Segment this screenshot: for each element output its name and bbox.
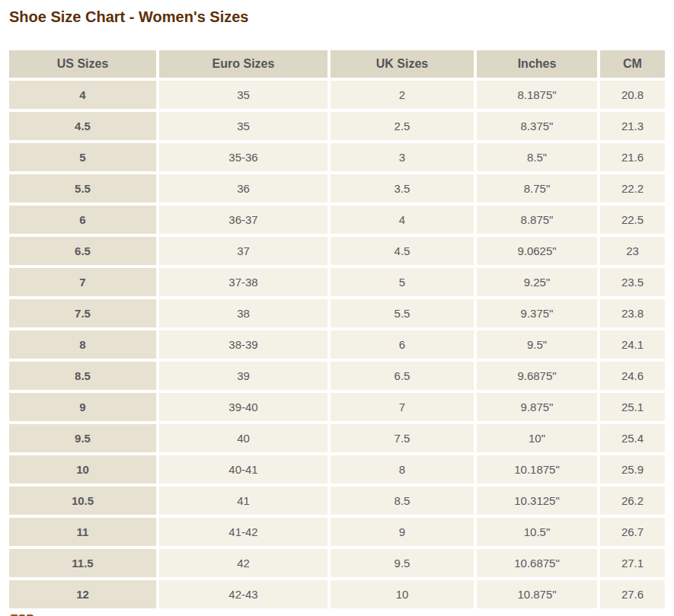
- table-cell: 6.5: [331, 362, 474, 390]
- table-cell: 23.8: [600, 299, 665, 327]
- us-size-cell: 4.5: [9, 112, 156, 140]
- table-cell: 42: [159, 549, 327, 577]
- table-cell: 2.5: [331, 112, 474, 140]
- table-cell: 36-37: [159, 206, 327, 234]
- table-cell: 10: [331, 580, 474, 608]
- table-cell: 9.5": [477, 330, 597, 359]
- table-row-us-6-5: 6.5374.59.0625"23: [9, 237, 665, 265]
- table-cell: 8.75": [477, 174, 597, 203]
- table-cell: 9.875": [477, 393, 597, 421]
- table-row-us-7-5: 7.5385.59.375"23.8: [9, 299, 665, 327]
- table-cell: 10.1875": [477, 455, 597, 484]
- table-cell: 9.6875": [477, 362, 597, 390]
- column-header-euro-sizes: Euro Sizes: [159, 50, 327, 78]
- table-row-us-5: 535-3638.5"21.6: [9, 143, 665, 171]
- table-cell: 41: [159, 487, 327, 515]
- us-size-cell: 10.5: [9, 487, 156, 515]
- table-cell: 38: [159, 299, 327, 327]
- table-cell: 9.5: [331, 549, 474, 577]
- table-cell: 38-39: [159, 330, 327, 359]
- table-cell: 10.3125": [477, 487, 597, 515]
- table-cell: 10.875": [477, 580, 597, 608]
- table-cell: 39-40: [159, 393, 327, 421]
- table-row-us-11: 1141-42910.5"26.7: [9, 518, 665, 546]
- table-cell: 24.6: [600, 362, 665, 390]
- table-cell: 7.5: [331, 424, 474, 452]
- table-cell: 21.6: [600, 143, 665, 171]
- us-size-cell: 6: [9, 206, 156, 234]
- table-row-us-6: 636-3748.875"22.5: [9, 206, 665, 234]
- table-row-us-7: 737-3859.25"23.5: [9, 268, 665, 296]
- table-cell: 9.375": [477, 299, 597, 327]
- table-cell: 2: [331, 81, 474, 109]
- table-cell: 42-43: [159, 580, 327, 608]
- table-cell: 9: [331, 518, 474, 546]
- table-cell: 8.875": [477, 206, 597, 234]
- table-cell: 3.5: [331, 174, 474, 203]
- us-size-cell: 5: [9, 143, 156, 171]
- table-cell: 8.5": [477, 143, 597, 171]
- table-cell: 37: [159, 237, 327, 265]
- us-size-cell: 7: [9, 268, 156, 296]
- table-cell: 39: [159, 362, 327, 390]
- table-row-us-10-5: 10.5418.510.3125"26.2: [9, 487, 665, 515]
- table-row-us-8: 838-3969.5"24.1: [9, 330, 665, 359]
- page-title: Shoe Size Chart - Women's Sizes: [9, 8, 674, 26]
- table-cell: 25.1: [600, 393, 665, 421]
- table-cell: 23: [600, 237, 665, 265]
- table-cell: 4.5: [331, 237, 474, 265]
- table-cell: 24.1: [600, 330, 665, 359]
- table-header: US SizesEuro SizesUK SizesInchesCM: [9, 50, 665, 78]
- column-header-uk-sizes: UK Sizes: [331, 50, 474, 78]
- table-row-us-10: 1040-41810.1875"25.9: [9, 455, 665, 484]
- us-size-cell: 9: [9, 393, 156, 421]
- table-cell: 10.6875": [477, 549, 597, 577]
- column-header-us-sizes: US Sizes: [9, 50, 156, 78]
- table-cell: 40: [159, 424, 327, 452]
- table-row-us-12: 1242-431010.875"27.6: [9, 580, 665, 608]
- table-cell: 35: [159, 81, 327, 109]
- table-cell: 25.9: [600, 455, 665, 484]
- us-size-cell: 11: [9, 518, 156, 546]
- top-link[interactable]: TOP: [11, 611, 34, 616]
- table-row-us-9-5: 9.5407.510"25.4: [9, 424, 665, 452]
- us-size-cell: 9.5: [9, 424, 156, 452]
- table-row-us-9: 939-4079.875"25.1: [9, 393, 665, 421]
- table-cell: 8.5: [331, 487, 474, 515]
- table-cell: 27.1: [600, 549, 665, 577]
- table-cell: 25.4: [600, 424, 665, 452]
- table-cell: 6: [331, 330, 474, 359]
- table-cell: 40-41: [159, 455, 327, 484]
- us-size-cell: 10: [9, 455, 156, 484]
- us-size-cell: 5.5: [9, 174, 156, 203]
- us-size-cell: 4: [9, 81, 156, 109]
- table-cell: 8: [331, 455, 474, 484]
- table-cell: 3: [331, 143, 474, 171]
- column-header-inches: Inches: [477, 50, 597, 78]
- us-size-cell: 12: [9, 580, 156, 608]
- table-cell: 35: [159, 112, 327, 140]
- table-cell: 21.3: [600, 112, 665, 140]
- column-header-cm: CM: [600, 50, 665, 78]
- table-cell: 37-38: [159, 268, 327, 296]
- us-size-cell: 8: [9, 330, 156, 359]
- us-size-cell: 8.5: [9, 362, 156, 390]
- table-cell: 9.25": [477, 268, 597, 296]
- table-cell: 23.5: [600, 268, 665, 296]
- us-size-cell: 6.5: [9, 237, 156, 265]
- table-cell: 36: [159, 174, 327, 203]
- table-cell: 10.5": [477, 518, 597, 546]
- table-cell: 41-42: [159, 518, 327, 546]
- page: Shoe Size Chart - Women's Sizes US Sizes…: [0, 8, 674, 616]
- table-cell: 26.7: [600, 518, 665, 546]
- table-cell: 8.1875": [477, 81, 597, 109]
- table-cell: 20.8: [600, 81, 665, 109]
- table-row-us-5-5: 5.5363.58.75"22.2: [9, 174, 665, 203]
- table-cell: 9.0625": [477, 237, 597, 265]
- table-cell: 27.6: [600, 580, 665, 608]
- table-row-us-4: 43528.1875"20.8: [9, 81, 665, 109]
- table-row-us-4-5: 4.5352.58.375"21.3: [9, 112, 665, 140]
- table-cell: 10": [477, 424, 597, 452]
- table-body: 43528.1875"20.84.5352.58.375"21.3535-363…: [9, 81, 665, 608]
- shoe-size-chart-table: US SizesEuro SizesUK SizesInchesCM 43528…: [6, 47, 668, 611]
